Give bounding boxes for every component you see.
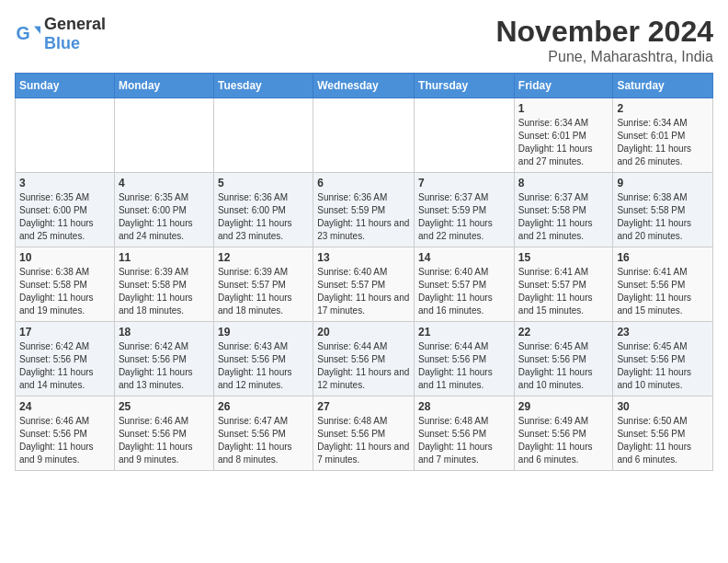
day-info: Sunrise: 6:39 AM Sunset: 5:58 PM Dayligh…	[119, 266, 210, 317]
weekday-header-tuesday: Tuesday	[213, 74, 313, 98]
day-info: Sunrise: 6:46 AM Sunset: 5:56 PM Dayligh…	[119, 415, 210, 466]
calendar-cell: 1Sunrise: 6:34 AM Sunset: 6:01 PM Daylig…	[514, 98, 613, 173]
calendar-cell: 7Sunrise: 6:37 AM Sunset: 5:59 PM Daylig…	[415, 173, 515, 247]
day-info: Sunrise: 6:38 AM Sunset: 5:58 PM Dayligh…	[19, 266, 110, 317]
day-info: Sunrise: 6:43 AM Sunset: 5:56 PM Dayligh…	[218, 340, 309, 392]
calendar-cell	[114, 98, 213, 173]
calendar-cell	[213, 98, 313, 173]
day-number: 21	[418, 326, 510, 339]
calendar-cell: 11Sunrise: 6:39 AM Sunset: 5:58 PM Dayli…	[114, 247, 213, 322]
day-number: 29	[518, 400, 609, 413]
day-info: Sunrise: 6:45 AM Sunset: 5:56 PM Dayligh…	[518, 340, 609, 392]
day-number: 4	[119, 177, 210, 190]
svg-text:G: G	[16, 23, 29, 43]
calendar-cell	[313, 98, 415, 173]
day-info: Sunrise: 6:37 AM Sunset: 5:58 PM Dayligh…	[518, 191, 609, 243]
day-number: 9	[617, 177, 709, 190]
calendar-row-2: 10Sunrise: 6:38 AM Sunset: 5:58 PM Dayli…	[16, 247, 713, 322]
calendar-cell: 13Sunrise: 6:40 AM Sunset: 5:57 PM Dayli…	[313, 247, 415, 322]
calendar-cell: 10Sunrise: 6:38 AM Sunset: 5:58 PM Dayli…	[16, 247, 115, 322]
day-info: Sunrise: 6:40 AM Sunset: 5:57 PM Dayligh…	[317, 266, 410, 317]
calendar-cell: 16Sunrise: 6:41 AM Sunset: 5:56 PM Dayli…	[613, 247, 713, 322]
day-info: Sunrise: 6:46 AM Sunset: 5:56 PM Dayligh…	[19, 415, 110, 466]
calendar-row-1: 3Sunrise: 6:35 AM Sunset: 6:00 PM Daylig…	[16, 173, 713, 247]
logo-icon: G	[15, 21, 40, 47]
weekday-header-thursday: Thursday	[415, 74, 515, 98]
calendar-row-3: 17Sunrise: 6:42 AM Sunset: 5:56 PM Dayli…	[16, 322, 713, 396]
title-area: November 2024 Pune, Maharashtra, India	[495, 15, 713, 65]
logo-general: General	[44, 15, 106, 33]
day-info: Sunrise: 6:34 AM Sunset: 6:01 PM Dayligh…	[518, 117, 609, 168]
day-info: Sunrise: 6:47 AM Sunset: 5:56 PM Dayligh…	[218, 415, 309, 466]
day-info: Sunrise: 6:48 AM Sunset: 5:56 PM Dayligh…	[418, 415, 510, 466]
header: G General Blue November 2024 Pune, Mahar…	[15, 15, 713, 65]
calendar-cell: 12Sunrise: 6:39 AM Sunset: 5:57 PM Dayli…	[213, 247, 313, 322]
day-number: 10	[19, 251, 110, 264]
day-number: 15	[518, 251, 609, 264]
calendar-cell: 24Sunrise: 6:46 AM Sunset: 5:56 PM Dayli…	[16, 396, 115, 471]
day-number: 19	[218, 326, 309, 339]
day-number: 23	[617, 326, 709, 339]
day-info: Sunrise: 6:50 AM Sunset: 5:56 PM Dayligh…	[617, 415, 709, 466]
day-info: Sunrise: 6:35 AM Sunset: 6:00 PM Dayligh…	[119, 191, 210, 243]
calendar-cell: 6Sunrise: 6:36 AM Sunset: 5:59 PM Daylig…	[313, 173, 415, 247]
weekday-header-wednesday: Wednesday	[313, 74, 415, 98]
logo-blue: Blue	[44, 34, 80, 52]
svg-marker-1	[34, 27, 40, 34]
day-info: Sunrise: 6:41 AM Sunset: 5:56 PM Dayligh…	[617, 266, 709, 317]
day-info: Sunrise: 6:40 AM Sunset: 5:57 PM Dayligh…	[418, 266, 510, 317]
calendar-cell	[415, 98, 515, 173]
day-number: 3	[19, 177, 110, 190]
day-number: 14	[418, 251, 510, 264]
day-info: Sunrise: 6:44 AM Sunset: 5:56 PM Dayligh…	[418, 340, 510, 392]
day-info: Sunrise: 6:36 AM Sunset: 6:00 PM Dayligh…	[218, 191, 309, 243]
day-number: 16	[617, 251, 709, 264]
day-number: 17	[19, 326, 110, 339]
calendar-row-4: 24Sunrise: 6:46 AM Sunset: 5:56 PM Dayli…	[16, 396, 713, 471]
day-info: Sunrise: 6:41 AM Sunset: 5:57 PM Dayligh…	[518, 266, 609, 317]
day-number: 28	[418, 400, 510, 413]
weekday-header-row: SundayMondayTuesdayWednesdayThursdayFrid…	[16, 74, 713, 98]
day-number: 30	[617, 400, 709, 413]
calendar-cell: 2Sunrise: 6:34 AM Sunset: 6:01 PM Daylig…	[613, 98, 713, 173]
calendar-cell: 22Sunrise: 6:45 AM Sunset: 5:56 PM Dayli…	[514, 322, 613, 396]
day-info: Sunrise: 6:42 AM Sunset: 5:56 PM Dayligh…	[119, 340, 210, 392]
calendar-cell: 28Sunrise: 6:48 AM Sunset: 5:56 PM Dayli…	[415, 396, 515, 471]
calendar-cell: 17Sunrise: 6:42 AM Sunset: 5:56 PM Dayli…	[16, 322, 115, 396]
day-number: 13	[317, 251, 410, 264]
day-number: 6	[317, 177, 410, 190]
day-info: Sunrise: 6:45 AM Sunset: 5:56 PM Dayligh…	[617, 340, 709, 392]
calendar-cell: 5Sunrise: 6:36 AM Sunset: 6:00 PM Daylig…	[213, 173, 313, 247]
day-number: 12	[218, 251, 309, 264]
day-info: Sunrise: 6:48 AM Sunset: 5:56 PM Dayligh…	[317, 415, 410, 466]
calendar-cell: 18Sunrise: 6:42 AM Sunset: 5:56 PM Dayli…	[114, 322, 213, 396]
calendar-cell: 25Sunrise: 6:46 AM Sunset: 5:56 PM Dayli…	[114, 396, 213, 471]
calendar-cell: 19Sunrise: 6:43 AM Sunset: 5:56 PM Dayli…	[213, 322, 313, 396]
calendar-cell: 30Sunrise: 6:50 AM Sunset: 5:56 PM Dayli…	[613, 396, 713, 471]
day-number: 24	[19, 400, 110, 413]
calendar-cell: 21Sunrise: 6:44 AM Sunset: 5:56 PM Dayli…	[415, 322, 515, 396]
day-number: 1	[518, 102, 609, 115]
calendar-row-0: 1Sunrise: 6:34 AM Sunset: 6:01 PM Daylig…	[16, 98, 713, 173]
day-info: Sunrise: 6:34 AM Sunset: 6:01 PM Dayligh…	[617, 117, 709, 168]
calendar-cell	[16, 98, 115, 173]
day-number: 7	[418, 177, 510, 190]
day-number: 22	[518, 326, 609, 339]
day-info: Sunrise: 6:37 AM Sunset: 5:59 PM Dayligh…	[418, 191, 510, 243]
calendar-cell: 29Sunrise: 6:49 AM Sunset: 5:56 PM Dayli…	[514, 396, 613, 471]
day-info: Sunrise: 6:42 AM Sunset: 5:56 PM Dayligh…	[19, 340, 110, 392]
calendar-table: SundayMondayTuesdayWednesdayThursdayFrid…	[15, 73, 713, 471]
day-info: Sunrise: 6:49 AM Sunset: 5:56 PM Dayligh…	[518, 415, 609, 466]
calendar-cell: 20Sunrise: 6:44 AM Sunset: 5:56 PM Dayli…	[313, 322, 415, 396]
calendar-cell: 3Sunrise: 6:35 AM Sunset: 6:00 PM Daylig…	[16, 173, 115, 247]
day-number: 8	[518, 177, 609, 190]
day-number: 11	[119, 251, 210, 264]
logo: G General Blue	[15, 15, 106, 53]
calendar-cell: 4Sunrise: 6:35 AM Sunset: 6:00 PM Daylig…	[114, 173, 213, 247]
day-number: 26	[218, 400, 309, 413]
calendar-cell: 26Sunrise: 6:47 AM Sunset: 5:56 PM Dayli…	[213, 396, 313, 471]
day-number: 25	[119, 400, 210, 413]
calendar-cell: 14Sunrise: 6:40 AM Sunset: 5:57 PM Dayli…	[415, 247, 515, 322]
calendar-cell: 9Sunrise: 6:38 AM Sunset: 5:58 PM Daylig…	[613, 173, 713, 247]
day-number: 27	[317, 400, 410, 413]
